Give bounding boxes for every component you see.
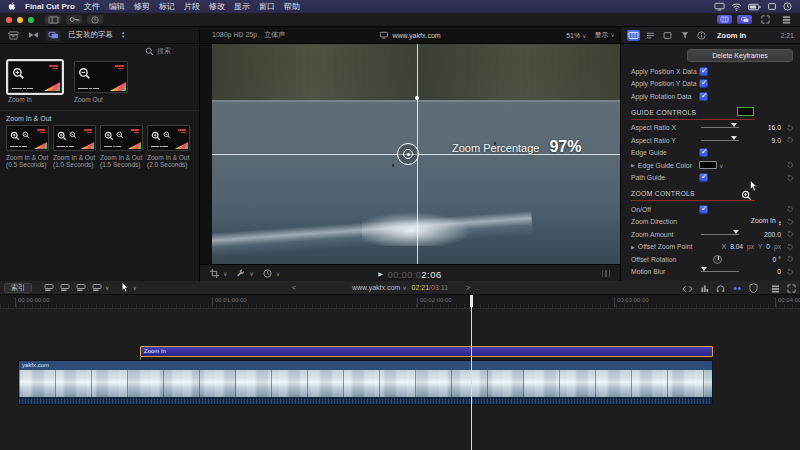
reset-icon[interactable] [781, 161, 794, 169]
transform-tool-popup[interactable]: ∨ [236, 269, 253, 278]
audio-solo-toggle[interactable] [716, 279, 725, 297]
reset-icon[interactable] [781, 255, 794, 263]
apply-position-y-checkbox[interactable] [699, 79, 708, 88]
edge-guide-color-well[interactable] [699, 161, 717, 169]
zoom-in-thumbnail[interactable] [8, 61, 62, 93]
reset-icon[interactable] [781, 136, 794, 144]
offset-y-value[interactable]: 0 [766, 243, 770, 250]
browser-search[interactable]: 搜索 [0, 44, 199, 58]
wifi-icon[interactable] [731, 3, 742, 11]
workspace-button[interactable] [778, 15, 794, 24]
reset-icon[interactable] [781, 124, 794, 132]
offset-x-value[interactable]: 8.04 [730, 243, 743, 250]
chevron-down-icon[interactable]: ∨ [719, 162, 723, 169]
connect-edit-button[interactable] [44, 283, 54, 292]
title-item-zoom-in-out-15[interactable]: Zoom In & Out(1.5 Seconds) [100, 125, 143, 168]
timeline-ruler[interactable]: 00:00:00:00 00:01:00:00 00:02:00:00 00:0… [0, 295, 800, 309]
menu-modify[interactable]: 修改 [209, 1, 225, 12]
video-clip-filmstrip[interactable] [19, 370, 712, 397]
motion-blur-value[interactable]: 0 [747, 268, 781, 275]
reset-icon[interactable] [781, 230, 794, 238]
playhead[interactable] [471, 295, 472, 450]
zoom-point-target[interactable] [397, 143, 419, 165]
path-guide-checkbox[interactable] [699, 173, 708, 182]
disclosure-triangle-icon[interactable]: ▶ [631, 162, 635, 168]
video-inspector-tab[interactable] [627, 30, 640, 41]
zoom-in-out-thumbnail[interactable] [147, 125, 190, 151]
battery-icon[interactable] [748, 3, 761, 11]
reset-icon[interactable] [781, 268, 794, 276]
aspect-ratio-y-slider[interactable] [701, 140, 739, 141]
snapping-toggle[interactable] [732, 279, 742, 297]
timeline-zoom-fit-button[interactable] [787, 279, 796, 297]
path-guide-dot[interactable] [415, 96, 419, 100]
menu-trim[interactable]: 修剪 [134, 1, 150, 12]
zoom-in-out-thumbnail[interactable] [6, 125, 49, 151]
aspect-ratio-x-slider[interactable] [701, 127, 739, 128]
audio-inspector-tab[interactable] [661, 30, 674, 41]
titles-browser-tab[interactable] [46, 30, 60, 41]
offset-rotation-value[interactable]: 0 ° [747, 256, 781, 263]
menu-edit[interactable]: 编辑 [109, 1, 125, 12]
title-item-zoom-out[interactable]: Zoom Out [74, 61, 128, 103]
timeline-project-popup[interactable]: www.yakfx.com∨ [352, 284, 407, 291]
menu-help[interactable]: 帮助 [284, 1, 300, 12]
play-button[interactable]: ▶ [378, 270, 383, 277]
insert-edit-button[interactable] [60, 283, 70, 292]
zoom-in-out-thumbnail[interactable] [53, 125, 96, 151]
apply-rotation-checkbox[interactable] [699, 92, 708, 101]
crop-tool-popup[interactable]: ∨ [210, 269, 227, 278]
info-inspector-tab[interactable] [695, 30, 708, 41]
keying-button[interactable] [66, 15, 82, 24]
background-tasks-button[interactable] [87, 15, 103, 24]
rotation-dial[interactable] [713, 255, 722, 264]
tool-select-popup[interactable]: ∨ [121, 282, 136, 293]
append-edit-button[interactable] [76, 283, 86, 292]
disclosure-triangle-icon[interactable]: ▶ [631, 244, 635, 250]
previous-project-arrow[interactable]: < [292, 284, 296, 291]
reset-icon[interactable] [781, 205, 794, 213]
sidebar-toggle-button[interactable] [45, 15, 61, 24]
display-status-icon[interactable] [714, 2, 725, 11]
menu-view[interactable]: 显示 [234, 1, 250, 12]
menu-mark[interactable]: 标记 [159, 1, 175, 12]
reset-icon[interactable] [781, 218, 794, 226]
edge-guide-checkbox[interactable] [699, 148, 708, 157]
motion-blur-slider[interactable] [701, 271, 739, 272]
aspect-ratio-x-value[interactable]: 16.0 [747, 124, 781, 131]
clock-icon[interactable] [783, 2, 792, 11]
reset-icon[interactable] [781, 174, 794, 182]
app-menu[interactable]: Final Cut Pro [25, 2, 75, 11]
guide-color-swatch[interactable] [737, 107, 754, 116]
aspect-ratio-y-value[interactable]: 9.0 [747, 137, 781, 144]
media-import-button[interactable] [717, 15, 732, 24]
timeline-index-list-button[interactable] [771, 279, 780, 297]
close-window-button[interactable] [6, 17, 12, 23]
transitions-browser-tab[interactable] [26, 30, 40, 41]
title-item-zoom-in-out-05[interactable]: Zoom In & Out(0.5 Seconds) [6, 125, 49, 168]
retime-tool-popup[interactable]: ∨ [263, 269, 280, 278]
share-button[interactable] [757, 15, 773, 24]
next-project-arrow[interactable]: > [466, 284, 470, 291]
apple-menu-icon[interactable] [8, 2, 16, 11]
overwrite-edit-popup[interactable]: ∨ [92, 283, 109, 292]
apply-position-x-checkbox[interactable] [699, 67, 708, 76]
filter-inspector-tab[interactable] [678, 30, 691, 41]
title-item-zoom-in-out-10[interactable]: Zoom In & Out(1.0 Seconds) [53, 125, 96, 168]
video-canvas[interactable]: Zoom Percentage 97% [212, 44, 620, 264]
effects-toggle[interactable] [749, 279, 758, 297]
reset-icon[interactable] [781, 243, 794, 251]
effects-browser-button[interactable] [737, 15, 752, 24]
on-off-checkbox[interactable] [699, 205, 708, 214]
title-item-zoom-in-out-20[interactable]: Zoom In & Out(2.0 Seconds) [147, 125, 190, 168]
generator-inspector-tab[interactable] [644, 30, 657, 41]
zoom-in-out-thumbnail[interactable] [100, 125, 143, 151]
menu-file[interactable]: 文件 [84, 1, 100, 12]
audio-meters-toggle[interactable] [700, 279, 709, 297]
title-clip-zoom-in[interactable]: Zoom In [140, 346, 713, 357]
input-source-icon[interactable] [767, 2, 777, 11]
browser-category-popup[interactable]: 已安装的字幕 [68, 30, 113, 40]
viewer-display-popup[interactable]: 显示∨ [595, 30, 615, 40]
zoom-amount-slider[interactable] [701, 234, 739, 235]
video-clip-waveform[interactable] [19, 397, 712, 405]
